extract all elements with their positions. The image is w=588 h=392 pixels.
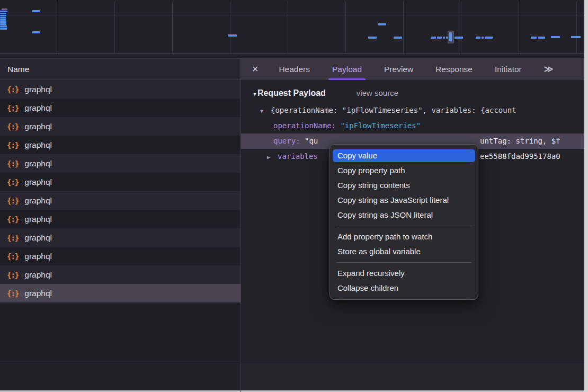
- json-file-icon: {:}: [7, 234, 19, 242]
- json-file-icon: {:}: [7, 289, 19, 298]
- timeline-gridline: [519, 2, 519, 53]
- requests-panel: Name {:}graphql{:}graphql{:}graphql{:}gr…: [0, 58, 240, 361]
- request-name: graphql: [24, 103, 52, 113]
- request-name: graphql: [24, 233, 52, 243]
- request-row[interactable]: {:}graphql: [0, 247, 240, 265]
- request-name: graphql: [24, 159, 52, 168]
- timeline-gridline: [576, 2, 577, 53]
- more-tabs-icon[interactable]: ≫: [544, 64, 554, 75]
- timeline-gridline: [0, 53, 584, 54]
- context-menu: Copy valueCopy property pathCopy string …: [329, 144, 478, 300]
- tab-payload[interactable]: Payload: [332, 58, 362, 80]
- network-overview-timeline[interactable]: [0, 0, 584, 58]
- timeline-gridline: [345, 2, 346, 53]
- tab-headers[interactable]: Headers: [279, 58, 310, 80]
- timeline-request-bar: [32, 31, 40, 33]
- request-row[interactable]: {:}graphql: [0, 210, 240, 228]
- json-file-icon: {:}: [7, 104, 19, 112]
- menu-separator: [336, 262, 471, 263]
- timeline-request-bar: [0, 19, 6, 21]
- timeline-gridline: [403, 2, 404, 53]
- timeline-gridline: [57, 2, 57, 53]
- menu-item-copy-string-as-javascript-literal[interactable]: Copy string as JavaScript literal: [330, 193, 478, 208]
- timeline-gridline: [172, 2, 173, 53]
- menu-item-copy-property-path[interactable]: Copy property path: [330, 163, 478, 178]
- timeline-request-bar: [437, 37, 442, 39]
- request-row[interactable]: {:}graphql: [0, 80, 240, 99]
- tab-response[interactable]: Response: [435, 58, 473, 80]
- request-row[interactable]: {:}graphql: [0, 99, 240, 117]
- operation-name-row[interactable]: operationName: "ipFlowTimeseries": [241, 118, 584, 133]
- request-row[interactable]: {:}graphql: [0, 284, 240, 302]
- timeline-request-bar: [0, 25, 7, 27]
- timeline-request-bar: [571, 36, 581, 38]
- request-row[interactable]: {:}graphql: [0, 228, 240, 247]
- request-name: graphql: [24, 140, 52, 150]
- timeline-request-bar: [0, 21, 6, 23]
- request-name: graphql: [24, 85, 52, 94]
- timeline-request-bar: [0, 17, 6, 19]
- menu-item-add-property-path-to-watch[interactable]: Add property path to watch: [330, 229, 478, 244]
- timeline-request-bar: [2, 8, 7, 10]
- json-file-icon: {:}: [7, 252, 19, 261]
- request-name: graphql: [24, 215, 52, 224]
- view-source-link[interactable]: view source: [357, 88, 398, 97]
- name-column-header[interactable]: Name: [0, 58, 240, 80]
- request-row[interactable]: {:}graphql: [0, 117, 240, 136]
- variables-preview-fragment: ee5588fdad995178a0: [480, 149, 560, 164]
- request-row[interactable]: {:}graphql: [0, 154, 240, 173]
- tab-preview[interactable]: Preview: [384, 58, 413, 80]
- json-file-icon: {:}: [7, 122, 19, 131]
- summary-bar-left: [0, 362, 240, 392]
- request-name: graphql: [24, 252, 52, 261]
- menu-item-expand-recursively[interactable]: Expand recursively: [330, 266, 478, 281]
- request-name: graphql: [24, 196, 52, 206]
- request-name: graphql: [24, 122, 52, 131]
- menu-item-store-as-global-variable[interactable]: Store as global variable: [330, 244, 478, 259]
- json-file-icon: {:}: [7, 85, 19, 94]
- property-key: operationName:: [273, 121, 340, 130]
- timeline-request-bar: [482, 37, 484, 39]
- menu-item-copy-string-as-json-literal[interactable]: Copy string as JSON literal: [330, 208, 478, 222]
- json-file-icon: {:}: [7, 215, 19, 224]
- menu-item-copy-value[interactable]: Copy value: [333, 149, 475, 162]
- menu-item-copy-string-contents[interactable]: Copy string contents: [330, 178, 478, 193]
- property-value: "ipFlowTimeseries": [340, 121, 421, 130]
- json-file-icon: {:}: [7, 178, 19, 186]
- timeline-request-bar: [0, 23, 6, 25]
- property-value-start: "qu: [305, 137, 318, 145]
- panel-divider[interactable]: [240, 58, 241, 392]
- timeline-request-bar: [0, 28, 7, 30]
- property-key: variables: [278, 152, 318, 161]
- close-icon[interactable]: ✕: [252, 64, 259, 74]
- request-payload-header[interactable]: ▼ Request Payload view source: [252, 88, 584, 98]
- window-right-edge[interactable]: [584, 0, 588, 392]
- request-row[interactable]: {:}graphql: [0, 265, 240, 284]
- request-name: graphql: [24, 177, 52, 187]
- menu-separator: [336, 226, 471, 226]
- request-name: graphql: [24, 289, 52, 298]
- timeline-request-bar: [443, 37, 445, 39]
- tab-initiator[interactable]: Initiator: [495, 58, 522, 80]
- request-row[interactable]: {:}graphql: [0, 173, 240, 191]
- details-tab-bar: ✕ HeadersPayloadPreviewResponseInitiator…: [241, 58, 584, 80]
- timeline-request-bar: [455, 37, 463, 39]
- expand-triangle-icon[interactable]: ▶: [267, 149, 273, 165]
- timeline-request-bar: [0, 15, 6, 16]
- timeline-request-bar: [538, 37, 545, 39]
- collapse-triangle-icon[interactable]: ▼: [260, 103, 266, 119]
- request-row[interactable]: {:}graphql: [0, 191, 240, 210]
- payload-root-preview: {operationName: "ipFlowTimeseries", vari…: [271, 106, 516, 114]
- timeline-gridline: [288, 2, 288, 53]
- timeline-gridline: [114, 2, 115, 53]
- devtools-window: Name {:}graphql{:}graphql{:}graphql{:}gr…: [0, 0, 588, 392]
- property-key: query:: [273, 137, 305, 145]
- timeline-request-bar: [378, 23, 386, 25]
- payload-root-row[interactable]: ▼{operationName: "ipFlowTimeseries", var…: [241, 103, 584, 118]
- timeline-request-bar: [431, 37, 436, 39]
- menu-item-collapse-children[interactable]: Collapse children: [330, 281, 478, 296]
- timeline-request-bar: [551, 36, 560, 38]
- request-row[interactable]: {:}graphql: [0, 136, 240, 154]
- section-title: Request Payload: [257, 88, 326, 98]
- json-file-icon: {:}: [7, 271, 19, 279]
